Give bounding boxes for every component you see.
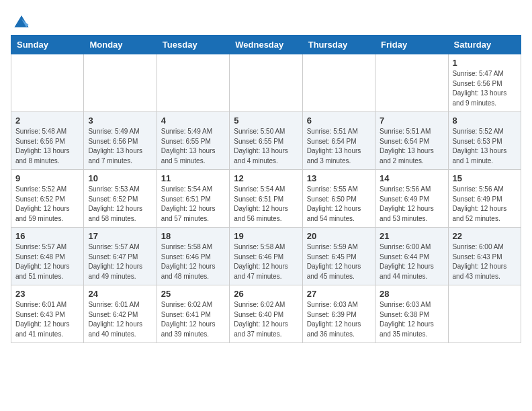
- calendar-cell: 17Sunrise: 5:57 AM Sunset: 6:47 PM Dayli…: [84, 228, 157, 285]
- day-info: Sunrise: 5:53 AM Sunset: 6:52 PM Dayligh…: [88, 185, 152, 224]
- day-number: 17: [88, 231, 152, 241]
- day-info: Sunrise: 6:00 AM Sunset: 6:43 PM Dayligh…: [453, 242, 517, 281]
- day-info: Sunrise: 5:58 AM Sunset: 6:46 PM Dayligh…: [161, 242, 225, 281]
- day-info: Sunrise: 5:57 AM Sunset: 6:48 PM Dayligh…: [15, 242, 79, 281]
- calendar-cell: 28Sunrise: 6:03 AM Sunset: 6:38 PM Dayli…: [375, 285, 448, 343]
- calendar-cell: [11, 54, 84, 112]
- day-number: 9: [15, 173, 79, 183]
- day-info: Sunrise: 5:56 AM Sunset: 6:49 PM Dayligh…: [453, 185, 517, 224]
- day-info: Sunrise: 5:59 AM Sunset: 6:45 PM Dayligh…: [307, 242, 371, 281]
- calendar-cell: 7Sunrise: 5:51 AM Sunset: 6:54 PM Daylig…: [375, 112, 448, 170]
- page-header: [11, 11, 521, 27]
- weekday-header-tuesday: Tuesday: [157, 36, 229, 54]
- calendar-cell: 23Sunrise: 6:01 AM Sunset: 6:43 PM Dayli…: [11, 285, 84, 343]
- weekday-header-thursday: Thursday: [302, 36, 375, 54]
- day-info: Sunrise: 5:49 AM Sunset: 6:55 PM Dayligh…: [161, 127, 225, 166]
- day-info: Sunrise: 5:58 AM Sunset: 6:46 PM Dayligh…: [234, 242, 298, 281]
- calendar-cell: [375, 54, 448, 112]
- day-number: 8: [453, 116, 517, 126]
- weekday-header-monday: Monday: [84, 36, 157, 54]
- week-row-3: 9Sunrise: 5:52 AM Sunset: 6:52 PM Daylig…: [11, 170, 521, 228]
- week-row-4: 16Sunrise: 5:57 AM Sunset: 6:48 PM Dayli…: [11, 228, 521, 285]
- day-info: Sunrise: 5:51 AM Sunset: 6:54 PM Dayligh…: [380, 127, 443, 166]
- day-info: Sunrise: 5:54 AM Sunset: 6:51 PM Dayligh…: [234, 185, 298, 224]
- weekday-header-wednesday: Wednesday: [230, 36, 302, 54]
- day-number: 11: [161, 173, 225, 183]
- day-number: 21: [380, 231, 443, 241]
- day-info: Sunrise: 6:02 AM Sunset: 6:41 PM Dayligh…: [161, 300, 225, 339]
- calendar-cell: 19Sunrise: 5:58 AM Sunset: 6:46 PM Dayli…: [230, 228, 302, 285]
- day-info: Sunrise: 6:01 AM Sunset: 6:43 PM Dayligh…: [15, 300, 79, 339]
- calendar-cell: 14Sunrise: 5:56 AM Sunset: 6:49 PM Dayli…: [375, 170, 448, 228]
- calendar-cell: 20Sunrise: 5:59 AM Sunset: 6:45 PM Dayli…: [302, 228, 375, 285]
- logo-icon: [12, 11, 31, 30]
- calendar-cell: 2Sunrise: 5:48 AM Sunset: 6:56 PM Daylig…: [11, 112, 84, 170]
- week-row-2: 2Sunrise: 5:48 AM Sunset: 6:56 PM Daylig…: [11, 112, 521, 170]
- calendar-cell: 9Sunrise: 5:52 AM Sunset: 6:52 PM Daylig…: [11, 170, 84, 228]
- day-info: Sunrise: 5:55 AM Sunset: 6:50 PM Dayligh…: [307, 185, 371, 224]
- day-number: 10: [88, 173, 152, 183]
- calendar-cell: 15Sunrise: 5:56 AM Sunset: 6:49 PM Dayli…: [448, 170, 521, 228]
- calendar-cell: 1Sunrise: 5:47 AM Sunset: 6:56 PM Daylig…: [448, 54, 521, 112]
- day-number: 28: [380, 289, 443, 299]
- day-info: Sunrise: 5:52 AM Sunset: 6:53 PM Dayligh…: [453, 127, 517, 166]
- calendar-cell: [84, 54, 157, 112]
- day-info: Sunrise: 6:02 AM Sunset: 6:40 PM Dayligh…: [234, 300, 298, 339]
- logo: [11, 11, 31, 27]
- day-number: 13: [307, 173, 371, 183]
- calendar-cell: 4Sunrise: 5:49 AM Sunset: 6:55 PM Daylig…: [157, 112, 229, 170]
- calendar-cell: [448, 285, 521, 343]
- day-number: 26: [234, 289, 298, 299]
- week-row-1: 1Sunrise: 5:47 AM Sunset: 6:56 PM Daylig…: [11, 54, 521, 112]
- calendar-cell: [230, 54, 302, 112]
- calendar-cell: 26Sunrise: 6:02 AM Sunset: 6:40 PM Dayli…: [230, 285, 302, 343]
- day-number: 7: [380, 116, 443, 126]
- day-info: Sunrise: 5:57 AM Sunset: 6:47 PM Dayligh…: [88, 242, 152, 281]
- calendar-cell: 13Sunrise: 5:55 AM Sunset: 6:50 PM Dayli…: [302, 170, 375, 228]
- day-info: Sunrise: 6:00 AM Sunset: 6:44 PM Dayligh…: [380, 242, 443, 281]
- calendar-cell: 12Sunrise: 5:54 AM Sunset: 6:51 PM Dayli…: [230, 170, 302, 228]
- calendar-cell: 27Sunrise: 6:03 AM Sunset: 6:39 PM Dayli…: [302, 285, 375, 343]
- calendar-cell: 24Sunrise: 6:01 AM Sunset: 6:42 PM Dayli…: [84, 285, 157, 343]
- day-number: 22: [453, 231, 517, 241]
- calendar-cell: 10Sunrise: 5:53 AM Sunset: 6:52 PM Dayli…: [84, 170, 157, 228]
- day-number: 14: [380, 173, 443, 183]
- day-number: 23: [15, 289, 79, 299]
- weekday-header-saturday: Saturday: [448, 36, 521, 54]
- day-number: 4: [161, 116, 225, 126]
- calendar-cell: 16Sunrise: 5:57 AM Sunset: 6:48 PM Dayli…: [11, 228, 84, 285]
- day-info: Sunrise: 5:50 AM Sunset: 6:55 PM Dayligh…: [234, 127, 298, 166]
- calendar-cell: 11Sunrise: 5:54 AM Sunset: 6:51 PM Dayli…: [157, 170, 229, 228]
- day-info: Sunrise: 6:01 AM Sunset: 6:42 PM Dayligh…: [88, 300, 152, 339]
- calendar-cell: 22Sunrise: 6:00 AM Sunset: 6:43 PM Dayli…: [448, 228, 521, 285]
- calendar-cell: 6Sunrise: 5:51 AM Sunset: 6:54 PM Daylig…: [302, 112, 375, 170]
- calendar-cell: [302, 54, 375, 112]
- day-info: Sunrise: 5:47 AM Sunset: 6:56 PM Dayligh…: [453, 69, 517, 108]
- day-number: 2: [15, 116, 79, 126]
- day-number: 12: [234, 173, 298, 183]
- day-number: 3: [88, 116, 152, 126]
- week-row-5: 23Sunrise: 6:01 AM Sunset: 6:43 PM Dayli…: [11, 285, 521, 343]
- day-number: 19: [234, 231, 298, 241]
- day-number: 1: [453, 58, 517, 68]
- calendar-cell: 25Sunrise: 6:02 AM Sunset: 6:41 PM Dayli…: [157, 285, 229, 343]
- day-number: 20: [307, 231, 371, 241]
- calendar-cell: 21Sunrise: 6:00 AM Sunset: 6:44 PM Dayli…: [375, 228, 448, 285]
- day-info: Sunrise: 5:52 AM Sunset: 6:52 PM Dayligh…: [15, 185, 79, 224]
- day-info: Sunrise: 5:49 AM Sunset: 6:56 PM Dayligh…: [88, 127, 152, 166]
- weekday-header-row: SundayMondayTuesdayWednesdayThursdayFrid…: [11, 36, 521, 54]
- day-number: 15: [453, 173, 517, 183]
- day-number: 27: [307, 289, 371, 299]
- day-number: 25: [161, 289, 225, 299]
- day-info: Sunrise: 5:48 AM Sunset: 6:56 PM Dayligh…: [15, 127, 79, 166]
- calendar-cell: 8Sunrise: 5:52 AM Sunset: 6:53 PM Daylig…: [448, 112, 521, 170]
- day-number: 18: [161, 231, 225, 241]
- day-info: Sunrise: 5:56 AM Sunset: 6:49 PM Dayligh…: [380, 185, 443, 224]
- weekday-header-sunday: Sunday: [11, 36, 84, 54]
- calendar-cell: [157, 54, 229, 112]
- day-info: Sunrise: 5:51 AM Sunset: 6:54 PM Dayligh…: [307, 127, 371, 166]
- calendar-table: SundayMondayTuesdayWednesdayThursdayFrid…: [11, 35, 521, 343]
- day-info: Sunrise: 6:03 AM Sunset: 6:38 PM Dayligh…: [380, 300, 443, 339]
- day-info: Sunrise: 5:54 AM Sunset: 6:51 PM Dayligh…: [161, 185, 225, 224]
- calendar-cell: 3Sunrise: 5:49 AM Sunset: 6:56 PM Daylig…: [84, 112, 157, 170]
